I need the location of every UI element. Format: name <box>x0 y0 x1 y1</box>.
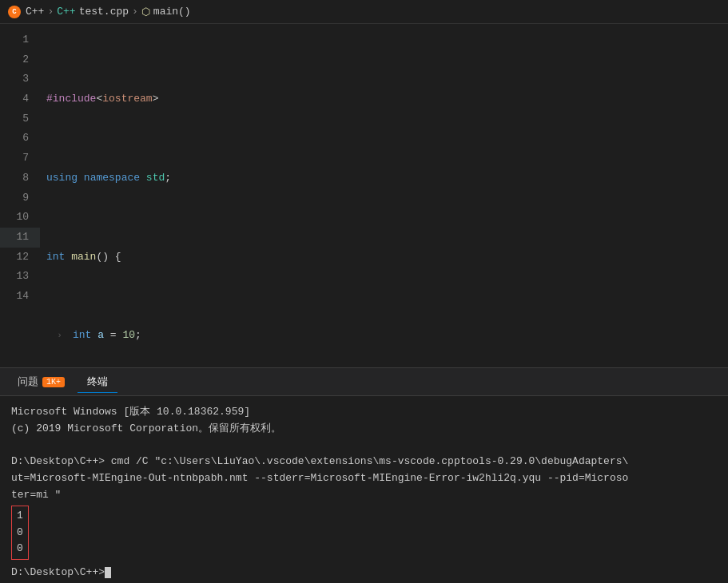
terminal-output-box: 1 0 0 <box>11 504 717 561</box>
breadcrumb-cpp: C++ <box>26 6 44 18</box>
output-val-1: 1 <box>17 510 23 522</box>
ln-9: 9 <box>0 188 29 208</box>
breadcrumb-sep1: › <box>47 6 54 18</box>
output-values: 1 0 0 <box>11 506 29 560</box>
ln-3: 3 <box>0 69 29 89</box>
lang-icon: C <box>8 6 21 18</box>
ln-7: 7 <box>0 149 29 169</box>
terminal-line-5: ut=Microsoft-MIEngine-Out-ntnbpabh.nmt -… <box>11 470 717 487</box>
tab-terminal[interactable]: 终端 <box>78 371 117 393</box>
tab-problems[interactable]: 问题 1K+ <box>8 371 74 392</box>
terminal-prompt-line: D:\Desktop\C++> <box>11 565 717 581</box>
ln-1: 1 <box>0 30 29 50</box>
ln-5: 5 <box>0 109 29 129</box>
ln-6: 6 <box>0 129 29 149</box>
tab-problems-label: 问题 <box>18 375 38 389</box>
terminal-line-6: ter=mi " <box>11 487 717 504</box>
output-val-2: 0 <box>17 526 23 538</box>
tab-terminal-label: 终端 <box>87 375 108 389</box>
panel-tabs: 问题 1K+ 终端 <box>0 368 728 396</box>
terminal-content[interactable]: Microsoft Windows [版本 10.0.18362.959] (c… <box>0 396 728 583</box>
terminal-line-4: D:\Desktop\C++> cmd /C "c:\Users\LiuYao\… <box>11 454 717 470</box>
output-val-3: 0 <box>17 542 23 554</box>
ln-12: 12 <box>0 248 29 268</box>
problems-badge: 1K+ <box>42 377 65 387</box>
code-line-1: #include<iostream> <box>46 89 728 109</box>
breadcrumb-function: main() <box>153 6 191 18</box>
ln-11: 11 <box>0 228 40 248</box>
ln-8: 8 <box>0 169 29 188</box>
terminal-line-1: Microsoft Windows [版本 10.0.18362.959] <box>11 404 717 421</box>
breadcrumb-file: test.cpp <box>79 6 129 18</box>
code-content[interactable]: #include<iostream> using namespace std; … <box>40 24 728 367</box>
terminal-cursor <box>105 567 111 578</box>
panel-area: 问题 1K+ 终端 Microsoft Windows [版本 10.0.183… <box>0 367 728 583</box>
code-container: 1 2 3 4 5 6 7 8 9 10 11 12 13 14 #includ… <box>0 24 728 367</box>
ln-4: 4 <box>0 89 29 109</box>
ln-14: 14 <box>0 287 29 307</box>
breadcrumb: C C++ › C++ test.cpp › ⬡ main() <box>0 0 728 24</box>
terminal-line-2: (c) 2019 Microsoft Corporation。保留所有权利。 <box>11 421 717 438</box>
ln-10: 10 <box>0 208 29 228</box>
code-line-2: using namespace std; <box>46 169 728 188</box>
ln-13: 13 <box>0 267 29 287</box>
breadcrumb-sep2: › <box>132 6 138 18</box>
code-line-3: int main() { <box>46 248 728 268</box>
line-numbers: 1 2 3 4 5 6 7 8 9 10 11 12 13 14 <box>0 24 40 367</box>
terminal-prompt: D:\Desktop\C++> <box>11 566 105 578</box>
code-line-4: › int a = 10; <box>46 326 728 346</box>
breadcrumb-file-icon: C++ <box>57 6 75 18</box>
breadcrumb-function-icon: ⬡ <box>141 6 150 18</box>
ln-2: 2 <box>0 50 29 70</box>
editor-area: 1 2 3 4 5 6 7 8 9 10 11 12 13 14 #includ… <box>0 24 728 367</box>
terminal-line-3 <box>11 438 717 454</box>
